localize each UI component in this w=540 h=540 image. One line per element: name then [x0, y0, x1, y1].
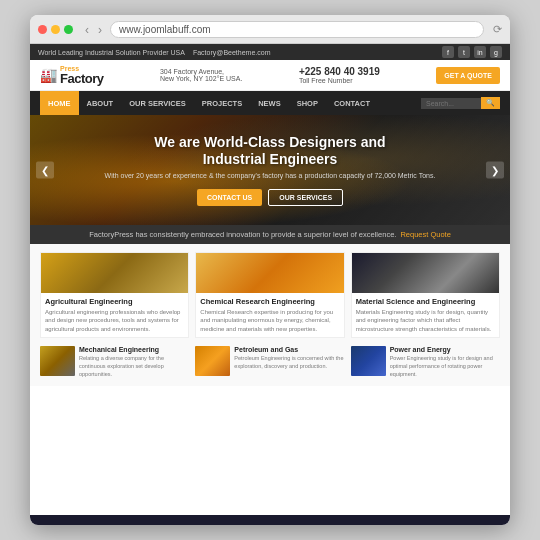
maximize-dot[interactable] [64, 25, 73, 34]
topbar-right: f t in g [442, 46, 502, 58]
nav-about[interactable]: ABOUT [79, 91, 122, 115]
service-title-chem: Chemical Research Engineering [200, 297, 339, 306]
service-card-agri: Agricultural Engineering Agricultural en… [40, 252, 189, 338]
service-title-mat: Material Science and Engineering [356, 297, 495, 306]
header-phone: +225 840 40 3919 Toll Free Number [299, 66, 380, 84]
tagline-bar: FactoryPress has consistently embraced i… [30, 225, 510, 244]
hero-title-line2: Industrial Engineers [203, 151, 338, 167]
nav-shop[interactable]: SHOP [289, 91, 326, 115]
service-card-mech: Mechanical Engineering Relating a divers… [40, 346, 189, 378]
address-bar[interactable]: www.joomlabuff.com [110, 21, 484, 38]
social-google[interactable]: g [490, 46, 502, 58]
address-line1: 304 Factory Avenue, [160, 68, 224, 75]
service-thumb-power [351, 346, 386, 376]
url-text: www.joomlabuff.com [119, 24, 211, 35]
logo-icon: 🏭 [40, 67, 57, 83]
logo-text: Press Factory [60, 65, 103, 85]
search-input[interactable] [421, 98, 481, 109]
nav-arrows: ‹ › [82, 22, 105, 38]
address-line2: New York, NY 102°E USA. [160, 75, 242, 82]
forward-button[interactable]: › [95, 22, 105, 38]
service-bottom-text-petro: Petroleum Engineering is concerned with … [234, 355, 344, 370]
service-bottom-info-mech: Mechanical Engineering Relating a divers… [79, 346, 189, 378]
service-body-agri: Agricultural Engineering Agricultural en… [41, 293, 188, 337]
service-card-petro: Petroleum and Gas Petroleum Engineering … [195, 346, 344, 378]
service-thumb-mech [40, 346, 75, 376]
services-section: Agricultural Engineering Agricultural en… [30, 244, 510, 386]
hero-content: We are World-Class Designers and Industr… [105, 134, 436, 206]
nav-bar: HOME ABOUT OUR SERVICES PROJECTS NEWS SH… [30, 91, 510, 115]
hero-prev-button[interactable]: ❮ [36, 162, 54, 179]
service-body-mat: Material Science and Engineering Materia… [352, 293, 499, 337]
service-bottom-info-petro: Petroleum and Gas Petroleum Engineering … [234, 346, 344, 370]
phone-number: +225 840 40 3919 [299, 66, 380, 77]
tagline-text: FactoryPress has consistently embraced i… [89, 230, 396, 239]
service-bottom-title-mech: Mechanical Engineering [79, 346, 189, 353]
topbar-left: World Leading Industrial Solution Provid… [38, 49, 270, 56]
service-body-chem: Chemical Research Engineering Chemical R… [196, 293, 343, 337]
services-button[interactable]: OUR SERVICES [268, 189, 343, 206]
footer-strip [30, 515, 510, 525]
hero-next-button[interactable]: ❯ [486, 162, 504, 179]
service-card-power: Power and Energy Power Engineering study… [351, 346, 500, 378]
service-thumb-petro [195, 346, 230, 376]
email-text: Factory@Beetheme.com [193, 49, 271, 56]
social-facebook[interactable]: f [442, 46, 454, 58]
service-img-chem [196, 253, 343, 293]
nav-projects[interactable]: PROJECTS [194, 91, 250, 115]
social-linkedin[interactable]: in [474, 46, 486, 58]
top-bar: World Leading Industrial Solution Provid… [30, 44, 510, 60]
nav-services[interactable]: OUR SERVICES [121, 91, 194, 115]
services-grid-bottom: Mechanical Engineering Relating a divers… [40, 346, 500, 378]
service-card-chem: Chemical Research Engineering Chemical R… [195, 252, 344, 338]
service-card-mat: Material Science and Engineering Materia… [351, 252, 500, 338]
world-text: World Leading Industrial Solution Provid… [38, 49, 185, 56]
service-img-agri [41, 253, 188, 293]
website-content: World Leading Industrial Solution Provid… [30, 44, 510, 525]
hero-title: We are World-Class Designers and Industr… [105, 134, 436, 168]
services-grid-top: Agricultural Engineering Agricultural en… [40, 252, 500, 338]
social-twitter[interactable]: t [458, 46, 470, 58]
service-img-mat [352, 253, 499, 293]
browser-chrome: ‹ › www.joomlabuff.com ⟳ [30, 15, 510, 44]
hero-title-line1: We are World-Class Designers and [154, 134, 385, 150]
nav-news[interactable]: NEWS [250, 91, 289, 115]
reload-button[interactable]: ⟳ [493, 23, 502, 36]
contact-button[interactable]: CONTACT US [197, 189, 262, 206]
service-bottom-info-power: Power and Energy Power Engineering study… [390, 346, 500, 378]
nav-home[interactable]: HOME [40, 91, 79, 115]
close-dot[interactable] [38, 25, 47, 34]
nav-contact[interactable]: CONTACT [326, 91, 378, 115]
minimize-dot[interactable] [51, 25, 60, 34]
logo-factory: Factory [60, 72, 103, 85]
hero-buttons: CONTACT US OUR SERVICES [105, 189, 436, 206]
request-quote-link[interactable]: Request Quote [400, 230, 450, 239]
service-text-agri: Agricultural engineering professionals w… [45, 308, 184, 333]
hero-subtitle: With over 20 years of experience & the c… [105, 171, 436, 181]
service-bottom-text-power: Power Engineering study is for design an… [390, 355, 500, 378]
service-bottom-title-petro: Petroleum and Gas [234, 346, 344, 353]
browser-window: ‹ › www.joomlabuff.com ⟳ World Leading I… [30, 15, 510, 525]
service-bottom-title-power: Power and Energy [390, 346, 500, 353]
traffic-lights [38, 25, 73, 34]
site-header: 🏭 Press Factory 304 Factory Avenue, New … [30, 60, 510, 91]
service-text-mat: Materials Engineering study is for desig… [356, 308, 495, 333]
search-button[interactable]: 🔍 [481, 97, 500, 109]
quote-button[interactable]: GET A QUOTE [436, 67, 500, 84]
service-text-chem: Chemical Research expertise in producing… [200, 308, 339, 333]
browser-controls: ‹ › www.joomlabuff.com ⟳ [38, 21, 502, 38]
toll-free: Toll Free Number [299, 77, 353, 84]
site-logo[interactable]: 🏭 Press Factory [40, 65, 103, 85]
service-bottom-text-mech: Relating a diverse company for the conti… [79, 355, 189, 378]
back-button[interactable]: ‹ [82, 22, 92, 38]
hero-section: ❮ We are World-Class Designers and Indus… [30, 115, 510, 225]
service-title-agri: Agricultural Engineering [45, 297, 184, 306]
header-address: 304 Factory Avenue, New York, NY 102°E U… [160, 68, 242, 82]
